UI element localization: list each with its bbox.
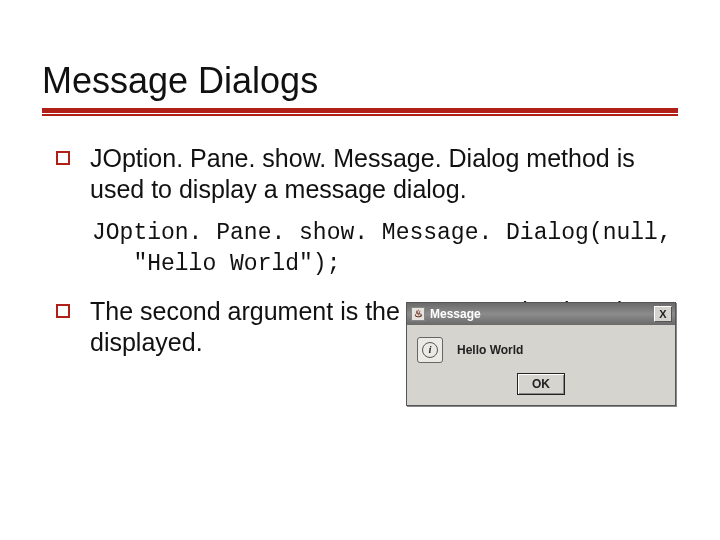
slide-title: Message Dialogs	[42, 60, 678, 102]
bullet-square-icon	[56, 151, 70, 165]
bullet-item: JOption. Pane. show. Message. Dialog met…	[56, 143, 670, 204]
ok-button[interactable]: OK	[517, 373, 565, 395]
dialog-message: Hello World	[457, 343, 523, 358]
info-glyph: i	[422, 342, 438, 358]
bullet-text-wrap: The second argument is the message that …	[90, 296, 670, 357]
close-icon: X	[659, 309, 666, 320]
dialog-body: i Hello World	[407, 325, 675, 369]
title-underline	[42, 108, 678, 117]
code-snippet: JOption. Pane. show. Message. Dialog(nul…	[92, 218, 670, 280]
bullet-text: JOption. Pane. show. Message. Dialog met…	[90, 143, 670, 204]
java-glyph: ♨	[414, 308, 423, 320]
slide: Message Dialogs JOption. Pane. show. Mes…	[0, 0, 720, 540]
dialog-titlebar: ♨ Message X	[407, 303, 675, 325]
close-button[interactable]: X	[654, 306, 672, 322]
dialog-button-row: OK	[407, 369, 675, 405]
bullet-square-icon	[56, 304, 70, 318]
message-dialog: ♨ Message X i Hello World	[406, 302, 676, 406]
slide-body: JOption. Pane. show. Message. Dialog met…	[42, 117, 678, 357]
dialog-title: Message	[430, 307, 654, 322]
info-icon: i	[417, 337, 443, 363]
java-icon: ♨	[411, 307, 425, 321]
bullet-item: The second argument is the message that …	[56, 296, 670, 357]
ok-label: OK	[532, 377, 550, 392]
